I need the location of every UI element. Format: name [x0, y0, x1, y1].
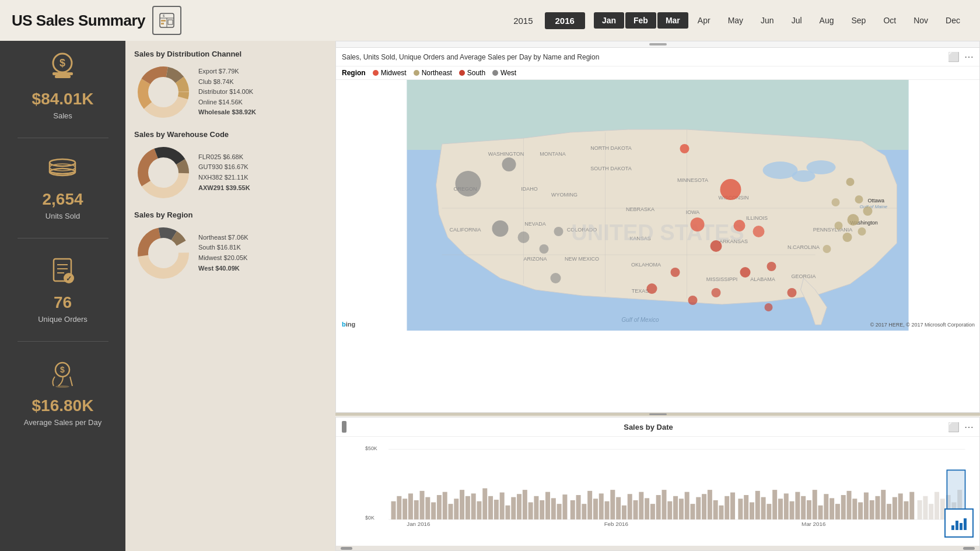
month-jan-btn[interactable]: Jan — [594, 12, 624, 29]
month-feb-btn[interactable]: Feb — [625, 12, 656, 29]
distribution-donut-container: Export $7.79K Club $8.74K Distributor $1… — [134, 63, 327, 121]
bottom-controls: ⬜ ⋯ — [948, 422, 974, 433]
month-nov-btn[interactable]: Nov — [905, 12, 936, 29]
svg-rect-6 — [168, 20, 173, 24]
month-aug-btn[interactable]: Aug — [811, 12, 842, 29]
month-mar-btn[interactable]: Mar — [657, 12, 688, 29]
svg-rect-163 — [662, 490, 666, 520]
sales-value: $84.01K — [32, 90, 94, 108]
svg-rect-161 — [650, 504, 655, 520]
svg-text:ALABAMA: ALABAMA — [750, 276, 775, 282]
svg-point-91 — [671, 268, 680, 277]
month-sep-btn[interactable]: Sep — [843, 12, 874, 29]
chart-more-icon[interactable]: ⋯ — [964, 422, 974, 433]
svg-rect-194 — [841, 495, 846, 520]
month-jul-btn[interactable]: Jul — [783, 12, 810, 29]
svg-rect-157 — [628, 494, 632, 520]
svg-rect-210 — [935, 492, 939, 520]
svg-point-24 — [55, 385, 69, 388]
year-2016-btn[interactable]: 2016 — [545, 12, 585, 29]
svg-rect-201 — [881, 490, 886, 520]
svg-rect-146 — [562, 494, 567, 520]
map-drag-handle[interactable] — [649, 43, 667, 45]
dashboard-icon: $ — [152, 6, 181, 35]
svg-rect-134 — [494, 500, 499, 520]
svg-rect-164 — [667, 501, 672, 520]
svg-rect-135 — [500, 493, 505, 520]
dist-legend-club: Club $8.74K — [198, 77, 256, 87]
bottom-scrollbar[interactable] — [336, 546, 979, 550]
units-label: Units Sold — [46, 212, 80, 220]
reg-legend-ne: Northeast $7.06K — [198, 233, 249, 243]
svg-point-95 — [712, 288, 721, 297]
dist-legend-dist: Distributor $14.00K — [198, 87, 256, 97]
chart-type-button[interactable] — [944, 508, 974, 538]
svg-rect-151 — [593, 499, 598, 520]
svg-text:Ottawa: Ottawa — [868, 198, 885, 203]
svg-rect-142 — [540, 500, 544, 520]
svg-rect-122 — [425, 497, 430, 520]
svg-rect-165 — [673, 496, 678, 520]
svg-rect-143 — [545, 492, 550, 520]
divider-2 — [18, 238, 108, 238]
svg-rect-208 — [923, 496, 928, 520]
kpi-avg: $ $16.80K Average Sales per Day — [24, 359, 102, 427]
legend-south: South — [459, 69, 485, 77]
svg-rect-190 — [818, 506, 823, 520]
chart-expand-icon[interactable]: ⬜ — [948, 422, 960, 433]
header: US Sales Summary $ 2015 2016 Jan Feb Mar… — [0, 0, 980, 41]
svg-point-105 — [835, 222, 843, 230]
svg-text:SOUTH DAKOTA: SOUTH DAKOTA — [590, 166, 631, 171]
orders-value: 76 — [54, 293, 72, 312]
middle-panel: Sales by Distribution Channel Export $7.… — [125, 41, 335, 551]
svg-text:WASHINGTON: WASHINGTON — [488, 151, 524, 157]
drag-handle-left[interactable] — [342, 421, 346, 433]
more-icon[interactable]: ⋯ — [964, 51, 974, 62]
svg-point-96 — [765, 303, 773, 311]
svg-text:$0K: $0K — [365, 515, 374, 521]
svg-point-106 — [823, 245, 831, 253]
svg-text:Feb 2016: Feb 2016 — [604, 521, 629, 527]
svg-rect-218 — [960, 523, 963, 530]
svg-rect-186 — [795, 492, 800, 520]
expand-icon[interactable]: ⬜ — [948, 51, 960, 62]
wh-legend-axw: AXW291 $39.55K — [198, 183, 250, 194]
month-dec-btn[interactable]: Dec — [937, 12, 968, 29]
svg-point-104 — [843, 233, 852, 242]
svg-rect-141 — [534, 496, 538, 520]
svg-rect-10 — [55, 75, 71, 78]
svg-rect-207 — [918, 500, 922, 520]
svg-point-79 — [456, 171, 481, 196]
svg-text:$50K: $50K — [365, 445, 377, 451]
month-jun-btn[interactable]: Jun — [752, 12, 782, 29]
divider-1 — [18, 138, 108, 138]
dist-legend-wholesale: Wholesale $38.92K — [198, 107, 256, 118]
month-apr-btn[interactable]: Apr — [690, 12, 719, 29]
svg-rect-147 — [570, 500, 575, 520]
svg-point-88 — [734, 220, 746, 231]
svg-point-101 — [863, 206, 873, 216]
svg-text:NEW MEXICO: NEW MEXICO — [565, 256, 599, 262]
month-oct-btn[interactable]: Oct — [875, 12, 904, 29]
left-sidebar: $ $84.01K Sales 2,654 — [0, 41, 125, 551]
svg-rect-153 — [605, 501, 610, 520]
svg-rect-9 — [52, 72, 73, 75]
northeast-dot — [414, 70, 419, 76]
svg-point-85 — [502, 157, 516, 171]
orders-icon: ✓ — [48, 256, 77, 290]
svg-point-84 — [551, 273, 561, 283]
svg-point-93 — [767, 262, 776, 271]
year-2015-btn[interactable]: 2015 — [503, 12, 543, 29]
kpi-orders: ✓ 76 Unique Orders — [38, 256, 88, 324]
map-body[interactable]: OREGON CALIFORNIA NEVADA IDAHO WYOMING C… — [336, 80, 979, 331]
svg-text:$: $ — [163, 14, 165, 17]
svg-rect-167 — [685, 492, 690, 520]
svg-text:MINNESOTA: MINNESOTA — [677, 177, 708, 183]
month-may-btn[interactable]: May — [720, 12, 751, 29]
svg-rect-192 — [830, 498, 834, 520]
svg-rect-4 — [161, 20, 166, 22]
svg-rect-154 — [610, 490, 615, 520]
dist-legend-export: Export $7.79K — [198, 66, 256, 77]
svg-point-92 — [740, 267, 751, 278]
svg-rect-149 — [582, 504, 586, 520]
